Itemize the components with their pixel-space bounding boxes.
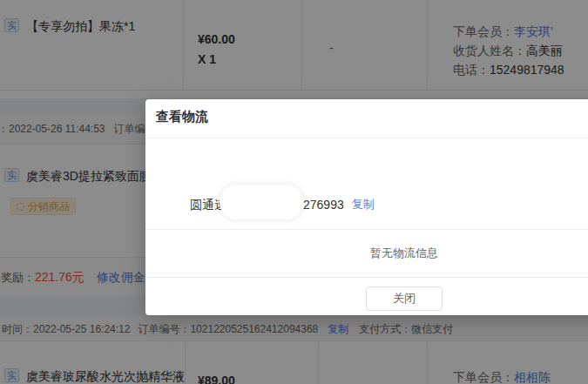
dialog-header-divider: [145, 138, 588, 138]
privacy-blur-patch: [220, 185, 303, 219]
close-button[interactable]: 关闭: [366, 286, 443, 311]
logistics-dialog: 查看物流 圆通速276993复制 暂无物流信息 关闭: [145, 99, 588, 315]
dialog-title: 查看物流: [156, 109, 208, 125]
tracking-number-suffix: 276993: [303, 196, 344, 213]
no-logistics-message: 暂无物流信息: [145, 246, 588, 261]
dialog-footer-divider: [145, 277, 588, 278]
copy-tracking-link[interactable]: 复制: [352, 196, 375, 213]
order-management-screen: 实 【专享勿拍】果冻*1 ¥60.00 X 1 - 下单会员：李安琪' 收货人姓…: [0, 0, 588, 384]
dialog-content-divider: [145, 229, 588, 230]
